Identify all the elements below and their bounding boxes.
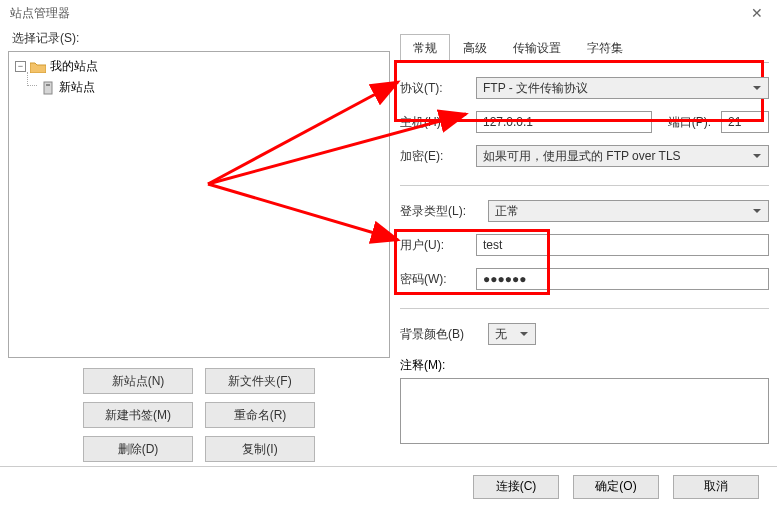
new-bookmark-button[interactable]: 新建书签(M): [83, 402, 193, 428]
encryption-label: 加密(E):: [400, 148, 466, 165]
user-input[interactable]: [476, 234, 769, 256]
port-input[interactable]: [721, 111, 769, 133]
close-icon[interactable]: ✕: [745, 5, 769, 21]
encryption-select[interactable]: 如果可用，使用显式的 FTP over TLS: [476, 145, 769, 167]
port-label: 端口(P):: [662, 114, 711, 131]
tree-item-label: 新站点: [59, 79, 95, 96]
comment-textarea[interactable]: [400, 378, 769, 444]
protocol-select[interactable]: FTP - 文件传输协议: [476, 77, 769, 99]
protocol-label: 协议(T):: [400, 80, 466, 97]
logon-type-label: 登录类型(L):: [400, 203, 478, 220]
bgcolor-label: 背景颜色(B): [400, 326, 478, 343]
separator: [400, 308, 769, 309]
window-title: 站点管理器: [10, 5, 70, 22]
tree-root[interactable]: − 我的站点: [15, 58, 383, 75]
site-tree[interactable]: − 我的站点 新站点: [8, 51, 390, 358]
new-folder-button[interactable]: 新文件夹(F): [205, 368, 315, 394]
host-label: 主机(H):: [400, 114, 466, 131]
cancel-button[interactable]: 取消: [673, 475, 759, 499]
svg-rect-0: [44, 82, 52, 94]
new-site-button[interactable]: 新站点(N): [83, 368, 193, 394]
tab-charset[interactable]: 字符集: [574, 34, 636, 63]
server-icon: [43, 81, 53, 95]
bgcolor-select[interactable]: 无: [488, 323, 536, 345]
rename-button[interactable]: 重命名(R): [205, 402, 315, 428]
ok-button[interactable]: 确定(O): [573, 475, 659, 499]
tree-root-label: 我的站点: [50, 58, 98, 75]
tree-item[interactable]: 新站点: [43, 79, 383, 96]
separator: [400, 185, 769, 186]
host-input[interactable]: [476, 111, 652, 133]
folder-icon: [30, 61, 46, 73]
logon-type-select[interactable]: 正常: [488, 200, 769, 222]
tab-general[interactable]: 常规: [400, 34, 450, 63]
connect-button[interactable]: 连接(C): [473, 475, 559, 499]
copy-button[interactable]: 复制(I): [205, 436, 315, 462]
collapse-icon[interactable]: −: [15, 61, 26, 72]
comment-label: 注释(M):: [400, 357, 769, 374]
tab-transfer[interactable]: 传输设置: [500, 34, 574, 63]
user-label: 用户(U):: [400, 237, 466, 254]
tab-advanced[interactable]: 高级: [450, 34, 500, 63]
tab-bar: 常规 高级 传输设置 字符集: [400, 34, 769, 63]
svg-rect-1: [46, 84, 50, 86]
password-label: 密码(W):: [400, 271, 466, 288]
delete-button[interactable]: 删除(D): [83, 436, 193, 462]
password-input[interactable]: [476, 268, 769, 290]
select-entry-label: 选择记录(S):: [12, 30, 390, 47]
